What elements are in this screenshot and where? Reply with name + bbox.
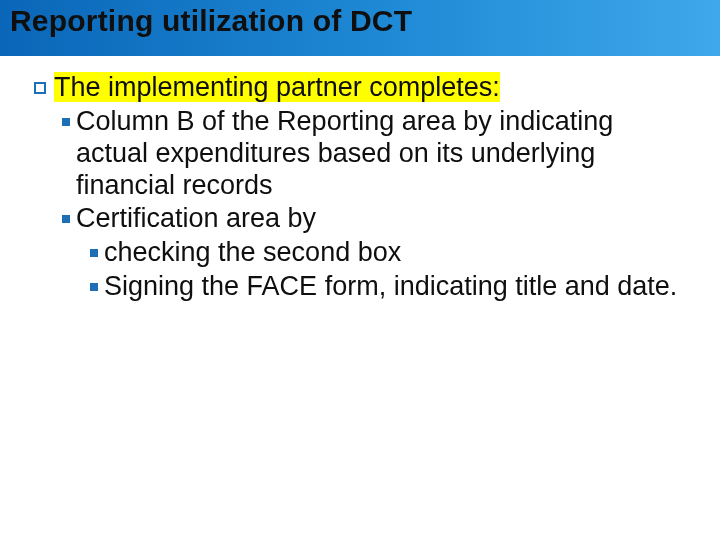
- solid-square-icon: [90, 249, 98, 257]
- slide-body: The implementing partner completes: Colu…: [0, 56, 720, 303]
- solid-square-icon: [62, 118, 70, 126]
- highlighted-text: The implementing partner completes:: [54, 72, 500, 102]
- hollow-square-icon: [34, 82, 46, 94]
- slide-title: Reporting utilization of DCT: [10, 4, 412, 38]
- level3-text: checking the second box: [104, 237, 692, 269]
- bullet-level3: checking the second box: [90, 237, 692, 269]
- level1-text: The implementing partner completes:: [54, 72, 692, 104]
- level2-text: Certification area by: [76, 203, 692, 235]
- slide: Reporting utilization of DCT The impleme…: [0, 0, 720, 540]
- bullet-level2: Column B of the Reporting area by indica…: [62, 106, 692, 202]
- solid-square-icon: [90, 283, 98, 291]
- level3-text: Signing the FACE form, indicating title …: [104, 271, 692, 303]
- bullet-level1: The implementing partner completes:: [34, 72, 692, 104]
- bullet-level2: Certification area by: [62, 203, 692, 235]
- bullet-level3: Signing the FACE form, indicating title …: [90, 271, 692, 303]
- solid-square-icon: [62, 215, 70, 223]
- level2-text: Column B of the Reporting area by indica…: [76, 106, 692, 202]
